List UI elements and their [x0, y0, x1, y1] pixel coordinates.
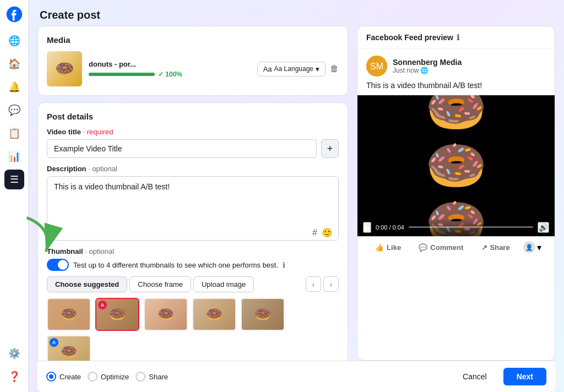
fb-actions: 👍 Like 💬 Comment ↗ Share 👤 ▾: [357, 236, 555, 258]
fb-page-name: Sonnenberg Media: [393, 58, 462, 67]
progress-bar-track: [89, 73, 155, 76]
dropdown-icon: ▾: [537, 242, 541, 253]
description-textarea[interactable]: This is a video thumbnail A/B test!: [47, 177, 338, 223]
page-title: Create post: [40, 9, 553, 21]
media-actions: Aa Aa Language ▾ 🗑: [257, 62, 339, 77]
media-card-title: Media: [47, 35, 339, 45]
tab-choose-suggested[interactable]: Choose suggested: [47, 276, 127, 292]
thumbnail-arrows: ‹ ›: [306, 276, 339, 292]
more-options[interactable]: 👤 ▾: [523, 241, 541, 253]
language-label: Aa Language: [274, 65, 313, 73]
description-label: Description · optional: [47, 165, 339, 173]
language-icon: Aa: [263, 65, 272, 73]
share-radio[interactable]: [135, 372, 145, 382]
cancel-button[interactable]: Cancel: [452, 368, 498, 385]
globe-icon: 🌐: [420, 67, 429, 74]
share-label: Share: [149, 373, 168, 381]
form-footer: Create Optimize Share Cancel Next: [37, 361, 555, 392]
create-option[interactable]: Create: [46, 372, 81, 382]
thumbnail-5[interactable]: 🍩: [241, 298, 285, 331]
thumbnail-section: Thumbnail · optional Test up to 4 differ…: [47, 247, 339, 361]
right-panel: Facebook Feed preview ℹ SM Sonnenberg Me…: [357, 26, 555, 361]
optimize-label: Optimize: [101, 373, 129, 381]
info-icon[interactable]: ℹ: [283, 261, 285, 269]
share-button[interactable]: ↗ Share: [477, 241, 514, 254]
sidebar-item-pages[interactable]: 📋: [4, 123, 24, 143]
page-header: Create post: [29, 0, 564, 26]
panels: Media 🍩 donuts - por... ✓ 100%: [29, 26, 564, 361]
sidebar-item-menu[interactable]: ☰: [4, 170, 24, 189]
thumbnail-ab-toggle[interactable]: [47, 259, 69, 271]
chevron-down-icon: ▾: [316, 65, 319, 73]
toggle-label: Test up to 4 different thumbnails to see…: [73, 261, 278, 269]
thumbnail-4[interactable]: 🍩: [192, 298, 236, 331]
volume-button[interactable]: 🔊: [538, 222, 549, 233]
optimize-radio[interactable]: [88, 372, 97, 382]
thumbnail-6[interactable]: 🍩 A: [47, 335, 91, 361]
emoji-button[interactable]: 🙂: [322, 227, 333, 238]
media-info: donuts - por... ✓ 100%: [89, 60, 251, 78]
video-title-input-row: +: [47, 139, 339, 158]
sidebar-item-home[interactable]: 🏠: [4, 54, 24, 74]
thumbnail-toggle-row: Test up to 4 different thumbnails to see…: [47, 259, 339, 271]
share-icon: ↗: [481, 243, 487, 252]
like-button[interactable]: 👍 Like: [371, 241, 405, 254]
post-details-title: Post details: [47, 112, 339, 121]
hashtag-button[interactable]: #: [312, 228, 317, 238]
next-thumbnail-button[interactable]: ›: [323, 276, 339, 292]
video-donut-image: 🍩🍩🍩: [402, 102, 511, 229]
description-field: Description · optional This is a video t…: [47, 165, 339, 241]
left-panel: Media 🍩 donuts - por... ✓ 100%: [37, 26, 357, 361]
comment-icon: 💬: [419, 243, 427, 252]
progress-bar-fill: [89, 73, 155, 76]
video-title-input[interactable]: [47, 139, 317, 158]
media-card: Media 🍩 donuts - por... ✓ 100%: [37, 26, 348, 96]
video-title-field: Video title · required +: [47, 128, 339, 158]
fb-post-time: Just now 🌐: [393, 67, 462, 74]
next-button[interactable]: Next: [503, 368, 546, 385]
optimize-option[interactable]: Optimize: [88, 372, 129, 382]
sidebar-item-help[interactable]: ❓: [4, 367, 24, 386]
textarea-actions: # 🙂: [47, 225, 338, 240]
sidebar-item-bell[interactable]: 🔔: [4, 77, 24, 97]
post-details-card: Post details Video title · required +: [37, 102, 348, 361]
comment-button[interactable]: 💬 Comment: [414, 241, 468, 254]
thumbnail-3[interactable]: 🍩: [144, 298, 188, 331]
fb-post-header: SM Sonnenberg Media Just now 🌐: [357, 49, 555, 81]
video-title-label: Video title · required: [47, 128, 339, 136]
fb-post-text: This is a video thumbnail A/B test!: [357, 81, 555, 95]
main-content: Create post Media 🍩 donuts - por...: [29, 0, 564, 392]
svg-text:SM: SM: [370, 62, 383, 71]
video-time: 0:00 / 0:04: [376, 224, 404, 231]
delete-media-button[interactable]: 🗑: [330, 64, 339, 74]
sidebar-item-chat[interactable]: 💬: [4, 100, 24, 120]
create-label: Create: [59, 373, 81, 381]
tab-upload-image[interactable]: Upload image: [193, 276, 254, 292]
sidebar: 🌐 🏠 🔔 💬 📋 📊 ☰ ⚙️ ❓: [0, 0, 29, 392]
video-black-left: [357, 95, 401, 236]
tab-choose-frame[interactable]: Choose frame: [129, 276, 191, 292]
sidebar-item-globe[interactable]: 🌐: [4, 31, 24, 51]
media-progress-row: ✓ 100%: [89, 70, 251, 78]
preview-header: Facebook Feed preview ℹ: [357, 26, 555, 49]
thumbnail-grid-2: 🍩 A: [47, 335, 339, 361]
video-progress-track[interactable]: [409, 226, 533, 228]
media-filename: donuts - por...: [89, 60, 251, 68]
thumbnail-tab-row: Choose suggested Choose frame Upload ima…: [47, 276, 339, 292]
preview-card: Facebook Feed preview ℹ SM Sonnenberg Me…: [357, 26, 555, 361]
footer-actions: Cancel Next: [452, 368, 546, 385]
sidebar-item-chart[interactable]: 📊: [4, 146, 24, 166]
thumbnail-2[interactable]: 🍩 A: [95, 298, 139, 331]
prev-thumbnail-button[interactable]: ‹: [306, 276, 321, 292]
video-controls: ▶ 0:00 / 0:04 🔊: [357, 219, 555, 236]
add-title-button[interactable]: +: [321, 139, 339, 158]
video-black-right: [511, 95, 555, 236]
play-button[interactable]: ▶: [363, 222, 371, 233]
create-radio[interactable]: [46, 372, 56, 382]
language-button[interactable]: Aa Aa Language ▾: [257, 62, 326, 77]
fb-page-info: Sonnenberg Media Just now 🌐: [393, 58, 462, 74]
share-option[interactable]: Share: [135, 372, 168, 382]
thumbnail-1[interactable]: 🍩: [47, 298, 91, 331]
preview-info-icon[interactable]: ℹ: [457, 33, 459, 42]
sidebar-item-settings[interactable]: ⚙️: [4, 344, 24, 363]
